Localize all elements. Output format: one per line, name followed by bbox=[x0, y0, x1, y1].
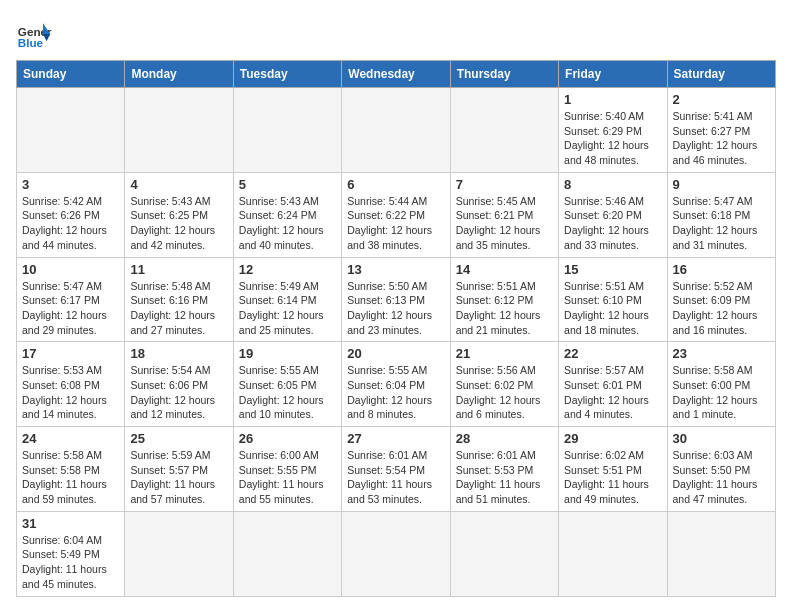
calendar-cell: 14Sunrise: 5:51 AM Sunset: 6:12 PM Dayli… bbox=[450, 257, 558, 342]
day-info: Sunrise: 5:54 AM Sunset: 6:06 PM Dayligh… bbox=[130, 363, 227, 422]
day-number: 16 bbox=[673, 262, 770, 277]
day-info: Sunrise: 5:55 AM Sunset: 6:05 PM Dayligh… bbox=[239, 363, 336, 422]
day-number: 18 bbox=[130, 346, 227, 361]
calendar-cell: 9Sunrise: 5:47 AM Sunset: 6:18 PM Daylig… bbox=[667, 172, 775, 257]
calendar-cell: 10Sunrise: 5:47 AM Sunset: 6:17 PM Dayli… bbox=[17, 257, 125, 342]
calendar-cell: 15Sunrise: 5:51 AM Sunset: 6:10 PM Dayli… bbox=[559, 257, 667, 342]
day-number: 25 bbox=[130, 431, 227, 446]
calendar-cell bbox=[342, 88, 450, 173]
calendar-cell bbox=[667, 511, 775, 596]
calendar-cell bbox=[17, 88, 125, 173]
logo-icon: General Blue bbox=[16, 16, 52, 52]
calendar-cell: 28Sunrise: 6:01 AM Sunset: 5:53 PM Dayli… bbox=[450, 427, 558, 512]
day-info: Sunrise: 5:51 AM Sunset: 6:10 PM Dayligh… bbox=[564, 279, 661, 338]
calendar-cell bbox=[559, 511, 667, 596]
day-number: 9 bbox=[673, 177, 770, 192]
day-number: 12 bbox=[239, 262, 336, 277]
calendar-cell: 11Sunrise: 5:48 AM Sunset: 6:16 PM Dayli… bbox=[125, 257, 233, 342]
calendar-week-6: 31Sunrise: 6:04 AM Sunset: 5:49 PM Dayli… bbox=[17, 511, 776, 596]
day-info: Sunrise: 5:47 AM Sunset: 6:17 PM Dayligh… bbox=[22, 279, 119, 338]
calendar-cell: 7Sunrise: 5:45 AM Sunset: 6:21 PM Daylig… bbox=[450, 172, 558, 257]
calendar-cell: 5Sunrise: 5:43 AM Sunset: 6:24 PM Daylig… bbox=[233, 172, 341, 257]
weekday-header-saturday: Saturday bbox=[667, 61, 775, 88]
calendar-cell bbox=[233, 88, 341, 173]
day-number: 26 bbox=[239, 431, 336, 446]
day-info: Sunrise: 5:45 AM Sunset: 6:21 PM Dayligh… bbox=[456, 194, 553, 253]
day-info: Sunrise: 6:04 AM Sunset: 5:49 PM Dayligh… bbox=[22, 533, 119, 592]
calendar-cell: 13Sunrise: 5:50 AM Sunset: 6:13 PM Dayli… bbox=[342, 257, 450, 342]
day-info: Sunrise: 5:55 AM Sunset: 6:04 PM Dayligh… bbox=[347, 363, 444, 422]
calendar-cell: 8Sunrise: 5:46 AM Sunset: 6:20 PM Daylig… bbox=[559, 172, 667, 257]
calendar-table: SundayMondayTuesdayWednesdayThursdayFrid… bbox=[16, 60, 776, 597]
calendar-cell: 2Sunrise: 5:41 AM Sunset: 6:27 PM Daylig… bbox=[667, 88, 775, 173]
calendar-cell: 22Sunrise: 5:57 AM Sunset: 6:01 PM Dayli… bbox=[559, 342, 667, 427]
day-info: Sunrise: 5:49 AM Sunset: 6:14 PM Dayligh… bbox=[239, 279, 336, 338]
day-info: Sunrise: 5:50 AM Sunset: 6:13 PM Dayligh… bbox=[347, 279, 444, 338]
calendar-cell: 24Sunrise: 5:58 AM Sunset: 5:58 PM Dayli… bbox=[17, 427, 125, 512]
day-info: Sunrise: 6:00 AM Sunset: 5:55 PM Dayligh… bbox=[239, 448, 336, 507]
day-info: Sunrise: 5:42 AM Sunset: 6:26 PM Dayligh… bbox=[22, 194, 119, 253]
day-number: 5 bbox=[239, 177, 336, 192]
day-info: Sunrise: 5:57 AM Sunset: 6:01 PM Dayligh… bbox=[564, 363, 661, 422]
day-info: Sunrise: 5:40 AM Sunset: 6:29 PM Dayligh… bbox=[564, 109, 661, 168]
calendar-week-5: 24Sunrise: 5:58 AM Sunset: 5:58 PM Dayli… bbox=[17, 427, 776, 512]
day-info: Sunrise: 5:53 AM Sunset: 6:08 PM Dayligh… bbox=[22, 363, 119, 422]
calendar-cell bbox=[342, 511, 450, 596]
day-info: Sunrise: 6:01 AM Sunset: 5:53 PM Dayligh… bbox=[456, 448, 553, 507]
day-info: Sunrise: 5:58 AM Sunset: 5:58 PM Dayligh… bbox=[22, 448, 119, 507]
weekday-header-friday: Friday bbox=[559, 61, 667, 88]
calendar-cell: 12Sunrise: 5:49 AM Sunset: 6:14 PM Dayli… bbox=[233, 257, 341, 342]
day-number: 13 bbox=[347, 262, 444, 277]
calendar-cell: 30Sunrise: 6:03 AM Sunset: 5:50 PM Dayli… bbox=[667, 427, 775, 512]
calendar-cell: 21Sunrise: 5:56 AM Sunset: 6:02 PM Dayli… bbox=[450, 342, 558, 427]
day-number: 22 bbox=[564, 346, 661, 361]
weekday-header-wednesday: Wednesday bbox=[342, 61, 450, 88]
calendar-cell: 25Sunrise: 5:59 AM Sunset: 5:57 PM Dayli… bbox=[125, 427, 233, 512]
calendar-cell bbox=[125, 511, 233, 596]
day-info: Sunrise: 5:47 AM Sunset: 6:18 PM Dayligh… bbox=[673, 194, 770, 253]
day-info: Sunrise: 5:59 AM Sunset: 5:57 PM Dayligh… bbox=[130, 448, 227, 507]
day-number: 8 bbox=[564, 177, 661, 192]
header: General Blue bbox=[16, 16, 776, 52]
svg-text:Blue: Blue bbox=[18, 36, 44, 49]
day-number: 14 bbox=[456, 262, 553, 277]
day-number: 23 bbox=[673, 346, 770, 361]
weekday-header-monday: Monday bbox=[125, 61, 233, 88]
day-number: 17 bbox=[22, 346, 119, 361]
day-info: Sunrise: 5:58 AM Sunset: 6:00 PM Dayligh… bbox=[673, 363, 770, 422]
calendar-cell bbox=[450, 88, 558, 173]
calendar-cell: 17Sunrise: 5:53 AM Sunset: 6:08 PM Dayli… bbox=[17, 342, 125, 427]
calendar-cell: 27Sunrise: 6:01 AM Sunset: 5:54 PM Dayli… bbox=[342, 427, 450, 512]
logo: General Blue bbox=[16, 16, 58, 52]
day-number: 11 bbox=[130, 262, 227, 277]
day-number: 2 bbox=[673, 92, 770, 107]
day-info: Sunrise: 5:51 AM Sunset: 6:12 PM Dayligh… bbox=[456, 279, 553, 338]
day-number: 1 bbox=[564, 92, 661, 107]
day-info: Sunrise: 5:52 AM Sunset: 6:09 PM Dayligh… bbox=[673, 279, 770, 338]
weekday-header-tuesday: Tuesday bbox=[233, 61, 341, 88]
day-number: 15 bbox=[564, 262, 661, 277]
day-number: 29 bbox=[564, 431, 661, 446]
weekday-header-thursday: Thursday bbox=[450, 61, 558, 88]
day-info: Sunrise: 5:44 AM Sunset: 6:22 PM Dayligh… bbox=[347, 194, 444, 253]
day-info: Sunrise: 5:41 AM Sunset: 6:27 PM Dayligh… bbox=[673, 109, 770, 168]
calendar-cell: 3Sunrise: 5:42 AM Sunset: 6:26 PM Daylig… bbox=[17, 172, 125, 257]
day-number: 28 bbox=[456, 431, 553, 446]
day-number: 24 bbox=[22, 431, 119, 446]
day-info: Sunrise: 6:01 AM Sunset: 5:54 PM Dayligh… bbox=[347, 448, 444, 507]
calendar-cell: 20Sunrise: 5:55 AM Sunset: 6:04 PM Dayli… bbox=[342, 342, 450, 427]
calendar-week-4: 17Sunrise: 5:53 AM Sunset: 6:08 PM Dayli… bbox=[17, 342, 776, 427]
day-number: 21 bbox=[456, 346, 553, 361]
calendar-week-1: 1Sunrise: 5:40 AM Sunset: 6:29 PM Daylig… bbox=[17, 88, 776, 173]
day-info: Sunrise: 6:03 AM Sunset: 5:50 PM Dayligh… bbox=[673, 448, 770, 507]
calendar-cell: 1Sunrise: 5:40 AM Sunset: 6:29 PM Daylig… bbox=[559, 88, 667, 173]
calendar-cell: 16Sunrise: 5:52 AM Sunset: 6:09 PM Dayli… bbox=[667, 257, 775, 342]
calendar-week-2: 3Sunrise: 5:42 AM Sunset: 6:26 PM Daylig… bbox=[17, 172, 776, 257]
day-number: 7 bbox=[456, 177, 553, 192]
day-number: 3 bbox=[22, 177, 119, 192]
day-info: Sunrise: 5:56 AM Sunset: 6:02 PM Dayligh… bbox=[456, 363, 553, 422]
day-number: 30 bbox=[673, 431, 770, 446]
calendar-cell: 19Sunrise: 5:55 AM Sunset: 6:05 PM Dayli… bbox=[233, 342, 341, 427]
calendar-cell: 26Sunrise: 6:00 AM Sunset: 5:55 PM Dayli… bbox=[233, 427, 341, 512]
day-info: Sunrise: 5:46 AM Sunset: 6:20 PM Dayligh… bbox=[564, 194, 661, 253]
